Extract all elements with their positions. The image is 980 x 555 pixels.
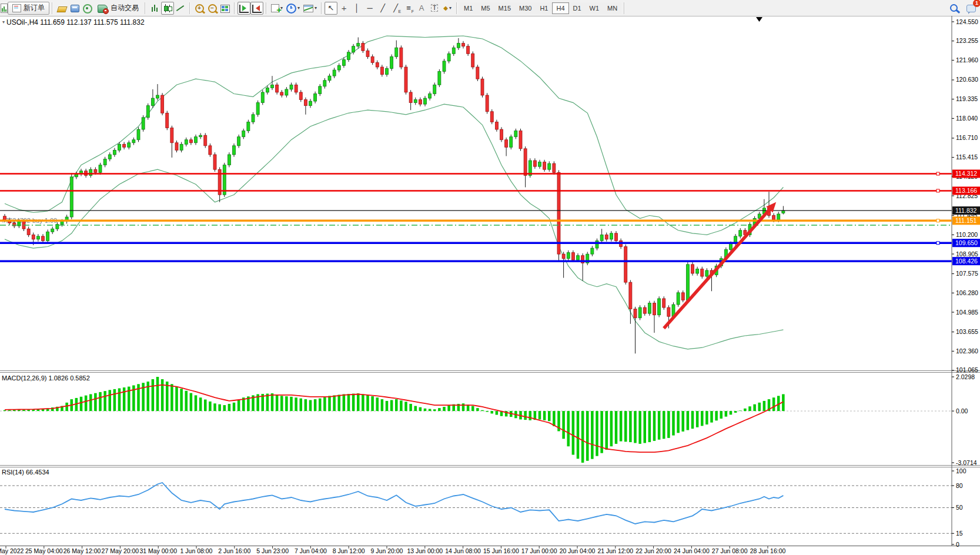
candlestick-chart-button[interactable] bbox=[161, 2, 174, 15]
line-anchor-handle[interactable] bbox=[936, 172, 939, 175]
toolbar-separator bbox=[321, 2, 322, 14]
channel-sub-label: E bbox=[398, 9, 401, 14]
candle-body bbox=[400, 48, 403, 67]
macd-tick-label: 0.00 bbox=[956, 407, 968, 414]
periods-button[interactable]: ▾ bbox=[285, 2, 302, 15]
macd-tick-label: 2.0298 bbox=[956, 373, 975, 380]
timeframe-m30-button[interactable]: M30 bbox=[515, 2, 536, 14]
text-tool-button[interactable]: A bbox=[415, 2, 428, 15]
time-tick-label: 20 Jun 04:00 bbox=[560, 547, 596, 554]
candle-body bbox=[247, 122, 250, 131]
new-order-button[interactable]: 新订单 bbox=[8, 2, 49, 15]
candle-body bbox=[118, 144, 121, 150]
candle-body bbox=[557, 172, 560, 254]
vertical-line-button[interactable]: │ bbox=[350, 2, 363, 15]
line-anchor-handle[interactable] bbox=[936, 219, 939, 222]
candle-body bbox=[199, 135, 202, 137]
timeframe-m1-button[interactable]: M1 bbox=[460, 2, 477, 14]
auto-trading-button[interactable]: 自动交易 bbox=[94, 2, 142, 15]
crosshair-tool-button[interactable]: + bbox=[337, 2, 350, 15]
candle-body bbox=[577, 256, 580, 260]
chart-canvas[interactable]: 124.550123.255121.960120.630119.335118.0… bbox=[0, 0, 980, 555]
macd-histogram-bar bbox=[443, 407, 446, 411]
macd-histogram-bar bbox=[376, 397, 379, 411]
macd-histogram-bar bbox=[213, 403, 216, 411]
timeframe-mn-button[interactable]: MN bbox=[603, 2, 621, 14]
line-anchor-handle[interactable] bbox=[936, 242, 939, 245]
macd-histogram-bar bbox=[209, 402, 212, 411]
time-tick-label: 8 Jun 12:00 bbox=[333, 547, 365, 554]
zoom-in-button[interactable]: + bbox=[193, 2, 206, 15]
macd-histogram-bar bbox=[429, 409, 432, 412]
notifications-button[interactable]: 1 bbox=[965, 2, 978, 15]
arrows-tool-button[interactable]: ◆▾ bbox=[441, 2, 454, 15]
new-order-icon bbox=[12, 4, 21, 12]
crosshair-icon: + bbox=[342, 4, 347, 12]
macd-histogram-bar bbox=[390, 400, 393, 411]
equidistant-channel-button[interactable]: ╱E bbox=[389, 2, 402, 15]
data-window-button[interactable] bbox=[68, 2, 81, 15]
macd-histogram-bar bbox=[629, 411, 632, 442]
tile-windows-button[interactable] bbox=[219, 2, 232, 15]
macd-signal-line bbox=[5, 385, 783, 453]
line-chart-icon bbox=[176, 4, 185, 13]
fibonacci-icon: ≡ bbox=[406, 4, 411, 12]
candle-body bbox=[42, 236, 45, 241]
symbol-dropdown-icon[interactable]: ▾ bbox=[2, 19, 5, 25]
timeframe-m5-button[interactable]: M5 bbox=[477, 2, 494, 14]
candle-body bbox=[553, 163, 556, 172]
candle-body bbox=[94, 169, 97, 172]
zoom-out-button[interactable]: − bbox=[206, 2, 219, 15]
candle-body bbox=[337, 65, 340, 70]
cursor-tool-button[interactable]: ↖ bbox=[325, 2, 337, 15]
auto-scroll-button[interactable] bbox=[238, 2, 250, 15]
candle-body bbox=[429, 93, 432, 98]
label-tool-button[interactable]: T bbox=[428, 2, 441, 15]
horizontal-line-button[interactable]: ─ bbox=[363, 2, 376, 15]
bar-chart-button[interactable] bbox=[148, 2, 161, 15]
fibonacci-sub-label: F bbox=[412, 9, 414, 14]
time-tick-label: 27 Jun 08:00 bbox=[712, 547, 748, 554]
timeframe-w1-button[interactable]: W1 bbox=[586, 2, 604, 14]
new-chart-icon[interactable] bbox=[1, 4, 8, 13]
line-chart-button[interactable] bbox=[174, 2, 187, 15]
price-tag-label: 114.312 bbox=[955, 170, 977, 177]
time-tick-label: 5 Jun 23:00 bbox=[256, 547, 289, 554]
indicators-button[interactable]: +▾ bbox=[269, 2, 285, 15]
candle-body bbox=[519, 131, 522, 149]
main-toolbar: 新订单 自动交易 + − +▾ ▾ ▾ ↖ + │ ─ ╱ ╱E ≡F A T … bbox=[0, 0, 980, 16]
macd-histogram-bar bbox=[567, 411, 570, 446]
timeframe-m15-button[interactable]: M15 bbox=[494, 2, 515, 14]
candle-body bbox=[643, 307, 646, 313]
fibonacci-button[interactable]: ≡F bbox=[402, 2, 415, 15]
time-tick-label: 9 Jun 20:00 bbox=[371, 547, 403, 554]
candle-body bbox=[285, 89, 288, 95]
trendline-button[interactable]: ╱ bbox=[376, 2, 389, 15]
macd-histogram-bar bbox=[591, 411, 594, 459]
candle-body bbox=[686, 265, 689, 300]
chart-shift-button[interactable] bbox=[250, 2, 263, 15]
macd-histogram-bar bbox=[381, 399, 384, 411]
timeframe-h1-button[interactable]: H1 bbox=[536, 2, 552, 14]
timeframe-h4-button[interactable]: H4 bbox=[552, 2, 568, 14]
candle-body bbox=[256, 103, 259, 115]
line-anchor-handle[interactable] bbox=[936, 189, 939, 192]
candle-body bbox=[319, 86, 322, 94]
candle-body bbox=[409, 92, 412, 103]
candle-body bbox=[433, 85, 436, 93]
macd-histogram-bar bbox=[343, 394, 346, 411]
market-watch-button[interactable] bbox=[55, 2, 68, 15]
templates-button[interactable]: ▾ bbox=[302, 2, 319, 15]
signals-button[interactable] bbox=[81, 2, 94, 15]
search-button[interactable] bbox=[947, 2, 960, 15]
macd-histogram-bar bbox=[658, 411, 661, 440]
trend-arrow-line[interactable] bbox=[664, 209, 770, 328]
candle-body bbox=[667, 307, 670, 316]
candle-body bbox=[510, 137, 513, 148]
chart-shift-marker[interactable] bbox=[756, 17, 762, 22]
price-tick-label: 106.280 bbox=[956, 289, 978, 296]
macd-histogram-bar bbox=[672, 411, 675, 436]
candle-body bbox=[151, 98, 154, 106]
timeframe-d1-button[interactable]: D1 bbox=[569, 2, 586, 14]
clock-icon bbox=[286, 4, 296, 14]
